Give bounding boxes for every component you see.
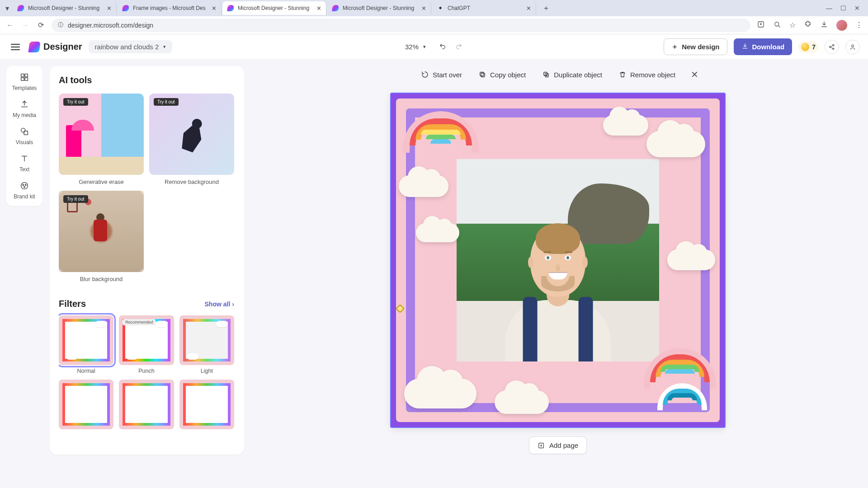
bookmark-icon[interactable]: ☆ (789, 21, 796, 29)
close-icon[interactable]: ✕ (212, 5, 217, 12)
designer-favicon-icon (332, 5, 339, 12)
side-panel-scroll[interactable]: AI tools Try it out Generative erase Try… (59, 75, 241, 446)
show-all-filters-link[interactable]: Show all › (205, 300, 234, 308)
chevron-down-icon: ▾ (163, 44, 166, 50)
ai-tool-generative-erase[interactable]: Try it out Generative erase (59, 94, 144, 185)
reload-icon[interactable]: ⟳ (36, 21, 45, 29)
minimize-icon[interactable]: — (826, 5, 832, 12)
copy-object-button[interactable]: Copy object (475, 68, 529, 81)
close-toolbar-button[interactable]: ✕ (691, 69, 698, 80)
ai-thumb-remove-background: Try it out (149, 94, 234, 175)
credits-badge[interactable]: 7 (798, 41, 818, 53)
close-window-icon[interactable]: ✕ (854, 5, 860, 12)
menu-icon[interactable]: ⋮ (855, 21, 863, 29)
forward-icon: → (21, 21, 30, 29)
close-icon[interactable]: ✕ (316, 5, 321, 12)
zoom-value: 32% (405, 43, 419, 51)
chevron-down-icon: ▾ (423, 44, 426, 50)
tab-bar: ▾ Microsoft Designer - Stunning ✕ Frame … (0, 0, 868, 16)
zoom-control[interactable]: 32% ▾ (405, 42, 463, 52)
tab-0[interactable]: Microsoft Designer - Stunning ✕ (13, 1, 117, 15)
tab-3[interactable]: Microsoft Designer - Stunning ✕ (327, 1, 431, 15)
share-icon[interactable] (825, 40, 839, 54)
window-controls: — ☐ ✕ (826, 5, 865, 12)
tabs-dropdown-icon[interactable]: ▾ (3, 4, 12, 13)
svg-rect-9 (25, 78, 28, 80)
filter-punch[interactable]: Recommended Punch (119, 315, 174, 374)
side-panel: AI tools Try it out Generative erase Try… (50, 66, 244, 455)
rail-brand-kit[interactable]: Brand kit (14, 181, 35, 200)
download-button[interactable]: Download (734, 38, 793, 55)
new-tab-button[interactable]: ＋ (540, 2, 552, 14)
hamburger-menu-button[interactable] (8, 41, 23, 53)
filter-thumb-light (179, 315, 234, 365)
rail-templates[interactable]: Templates (12, 72, 37, 91)
designer-favicon-icon (17, 5, 24, 12)
rail-label: Templates (12, 85, 37, 91)
ai-tool-remove-background[interactable]: Try it out Remove background (149, 94, 234, 185)
designer-favicon-icon (122, 5, 129, 12)
svg-point-5 (852, 45, 854, 47)
zoom-icon[interactable] (773, 20, 781, 30)
filter-label: Normal (59, 368, 113, 374)
new-design-button[interactable]: ＋ New design (664, 38, 727, 55)
ai-tool-blur-background[interactable]: Try it out Blur background (59, 191, 144, 282)
filter-extra-3[interactable] (179, 380, 234, 429)
photo-content (457, 159, 659, 361)
start-over-button[interactable]: Start over (417, 68, 466, 81)
close-icon[interactable]: ✕ (107, 5, 112, 12)
profile-avatar[interactable] (836, 20, 847, 31)
undo-button[interactable] (439, 42, 447, 52)
svg-point-15 (24, 187, 25, 188)
start-over-label: Start over (433, 71, 462, 79)
design-canvas[interactable] (391, 93, 725, 427)
tab-4[interactable]: ✦ ChatGPT ✕ (432, 1, 536, 15)
filter-extra-2[interactable] (119, 380, 174, 429)
back-icon[interactable]: ← (5, 21, 14, 29)
install-app-icon[interactable] (757, 20, 765, 30)
svg-point-10 (21, 128, 25, 132)
ai-tool-label: Blur background (59, 276, 144, 282)
ai-tool-label: Generative erase (59, 178, 144, 185)
svg-rect-6 (21, 74, 24, 77)
rail-my-media[interactable]: My media (13, 99, 36, 118)
close-icon[interactable]: ✕ (526, 5, 531, 12)
tab-2-active[interactable]: Microsoft Designer - Stunning ✕ (222, 1, 326, 15)
ai-tool-label: Remove background (149, 178, 234, 185)
svg-rect-8 (21, 78, 24, 80)
designer-logo[interactable]: Designer (29, 42, 82, 52)
coin-icon (801, 43, 809, 51)
site-info-icon[interactable]: ⓘ (58, 21, 63, 29)
extension-icon[interactable] (804, 20, 812, 30)
chatgpt-favicon-icon: ✦ (437, 5, 444, 12)
remove-object-button[interactable]: Remove object (615, 68, 679, 81)
rail-visuals[interactable]: Visuals (16, 127, 33, 145)
rail-text[interactable]: Text (19, 154, 29, 173)
svg-point-14 (25, 184, 26, 185)
add-page-button[interactable]: Add page (529, 436, 587, 454)
account-icon[interactable] (845, 40, 860, 54)
download-label: Download (752, 43, 785, 51)
filter-normal[interactable]: Normal (59, 315, 113, 374)
tab-1[interactable]: Frame images - Microsoft Des ✕ (118, 1, 222, 15)
downloads-icon[interactable] (820, 20, 828, 30)
url-input[interactable]: ⓘ designer.microsoft.com/design (52, 19, 750, 32)
close-icon[interactable]: ✕ (421, 5, 426, 12)
rail-label: Visuals (16, 139, 33, 145)
plus-icon: ＋ (671, 42, 678, 51)
filter-extra-1[interactable] (59, 380, 113, 429)
recommended-badge: Recommended (123, 319, 156, 325)
file-name-dropdown[interactable]: rainbow and clouds 2 ▾ (89, 40, 173, 53)
browser-chrome: ▾ Microsoft Designer - Stunning ✕ Frame … (0, 0, 868, 34)
remove-label: Remove object (630, 71, 675, 79)
filter-light[interactable]: Light (179, 315, 234, 374)
filter-thumb (179, 380, 234, 429)
duplicate-object-button[interactable]: Duplicate object (538, 68, 606, 81)
maximize-icon[interactable]: ☐ (840, 5, 846, 12)
filter-thumb-punch: Recommended (119, 315, 174, 365)
filter-thumb (59, 380, 113, 429)
svg-rect-17 (480, 72, 484, 76)
svg-point-12 (21, 183, 28, 189)
cloud-decoration (404, 379, 476, 408)
cloud-decoration (495, 390, 549, 414)
